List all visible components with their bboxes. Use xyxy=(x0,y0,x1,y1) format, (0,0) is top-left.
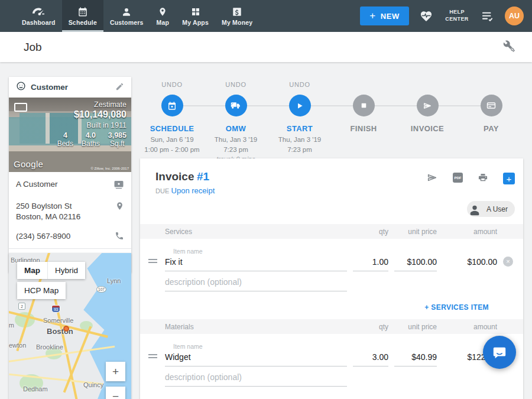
customer-name: A Customer xyxy=(16,179,58,190)
step-label: SCHEDULE xyxy=(150,124,194,133)
location-pin-icon[interactable] xyxy=(115,201,124,213)
services-item: Item name $100.00 × + SERVICES ITEM xyxy=(140,239,523,319)
customer-card-header: Customer xyxy=(9,77,131,98)
materials-item: Item name $122.97 + MATERIALS ITEM xyxy=(140,334,523,399)
nav-my-apps[interactable]: My Apps xyxy=(176,0,215,32)
col-qty: qty xyxy=(353,228,388,236)
col-amount: amount xyxy=(443,323,497,331)
built-year: Built in 1911 xyxy=(57,121,126,129)
street-view-photo: Zestimate $10,149,080 Built in 1911 4Bed… xyxy=(9,98,131,172)
dollar-icon xyxy=(232,7,242,17)
workflow-step-pay: PAY xyxy=(459,81,523,164)
schedule-step-calendar-icon[interactable] xyxy=(161,95,183,116)
due-value-link[interactable]: Upon receipt xyxy=(171,186,215,195)
workflow-step-start: UNDO START Thu, Jan 3 '197:23 pm xyxy=(268,81,332,164)
qty-input[interactable] xyxy=(353,256,388,271)
unit-price-input[interactable] xyxy=(394,351,437,366)
hybrid-button[interactable]: Hybrid xyxy=(47,262,85,279)
item-name-input[interactable] xyxy=(165,256,347,271)
contact-card-icon[interactable] xyxy=(113,179,124,192)
gauge-icon xyxy=(32,7,45,17)
assignee-name: A User xyxy=(486,205,508,213)
workflow-step-schedule: UNDO SCHEDULE Sun, Jan 6 '191:00 pm - 2:… xyxy=(140,81,204,164)
phone-icon[interactable] xyxy=(115,231,124,242)
map-button[interactable]: Map xyxy=(17,262,47,279)
line-item-row: $100.00 × xyxy=(148,256,515,271)
map-widget[interactable]: Burlington Lynn Somerville Waltham Bosto… xyxy=(9,253,131,399)
invoice-step-send-icon[interactable] xyxy=(417,95,439,116)
amount-value: $100.00 xyxy=(443,257,497,271)
col-amount: amount xyxy=(443,228,497,236)
grid-icon xyxy=(190,7,201,17)
invoice-number[interactable]: #1 xyxy=(197,170,209,183)
item-name-label: Item name xyxy=(173,343,507,350)
job-settings-wrench-icon[interactable] xyxy=(503,40,515,54)
description-input[interactable] xyxy=(165,276,347,291)
remove-item-icon[interactable]: × xyxy=(503,257,513,267)
map-label-waltham: Waltham xyxy=(9,322,14,329)
pay-step-card-icon[interactable] xyxy=(481,95,502,116)
nav-label: Map xyxy=(157,19,170,26)
checklist-icon[interactable] xyxy=(481,11,494,21)
zillow-copyright: © Zillow, Inc. 2006-2017 xyxy=(91,167,129,170)
photo-frame-icon xyxy=(14,103,27,112)
map-type-buttons: Map Hybrid xyxy=(17,262,85,279)
item-name-input[interactable] xyxy=(165,351,347,366)
user-avatar[interactable]: AU xyxy=(505,7,524,25)
due-label: DUE xyxy=(155,187,169,194)
pdf-icon[interactable]: PDF xyxy=(453,173,463,183)
route-2-shield: 2 xyxy=(18,303,25,310)
qty-input[interactable] xyxy=(353,351,388,366)
undo-link[interactable]: UNDO xyxy=(161,81,183,89)
customer-address-row: 250 Boylston StBoston, MA 02116 xyxy=(9,196,131,226)
new-button[interactable]: + NEW xyxy=(360,7,409,25)
add-invoice-icon[interactable]: + xyxy=(503,173,515,184)
drag-handle[interactable] xyxy=(148,354,157,358)
step-details: Sun, Jan 6 '191:00 pm - 2:00 pm xyxy=(144,135,199,154)
section-name: Services xyxy=(165,228,347,236)
zoom-in-button[interactable]: + xyxy=(106,362,125,381)
chat-launcher-icon[interactable] xyxy=(483,336,516,369)
nav-label: Customers xyxy=(110,19,144,26)
undo-link[interactable]: UNDO xyxy=(289,81,310,89)
undo-link[interactable]: UNDO xyxy=(225,81,246,89)
page-title: Job xyxy=(24,41,42,54)
i93-shield: 93 xyxy=(51,305,60,313)
zestimate-overlay: Zestimate $10,149,080 Built in 1911 4Bed… xyxy=(57,100,126,148)
nav-customers[interactable]: Customers xyxy=(103,0,150,32)
omw-step-truck-icon[interactable] xyxy=(225,95,247,116)
col-qty: qty xyxy=(353,323,388,331)
nav-schedule[interactable]: Schedule xyxy=(62,0,103,32)
unit-price-input[interactable] xyxy=(394,256,437,271)
zoom-out-button[interactable]: − xyxy=(106,387,125,399)
nav-label: My Apps xyxy=(182,19,209,26)
item-name-label: Item name xyxy=(173,248,507,255)
beds-label: Beds xyxy=(57,140,73,148)
beds-value: 4 xyxy=(57,131,73,140)
send-invoice-icon[interactable] xyxy=(426,173,438,184)
health-heart-icon[interactable] xyxy=(420,10,433,22)
help-center-link[interactable]: HELP CENTER xyxy=(443,9,471,22)
assignee-chip[interactable]: A User xyxy=(467,201,515,217)
map-label-lynn: Lynn xyxy=(107,277,121,284)
start-step-play-icon[interactable] xyxy=(289,95,311,116)
page-header: Job xyxy=(0,32,532,62)
print-icon[interactable] xyxy=(478,173,488,184)
hcp-map-button[interactable]: HCP Map xyxy=(17,282,66,299)
nav-my-money[interactable]: My Money xyxy=(215,0,259,32)
description-input[interactable] xyxy=(165,371,347,387)
baths-value: 4.0 xyxy=(82,131,100,140)
home-stats: 4Beds 4.0Baths 3,985Sq.ft xyxy=(57,131,126,148)
finish-step-stop-icon[interactable] xyxy=(353,95,375,116)
nav-dashboard[interactable]: Dashboard xyxy=(15,0,62,32)
map-label-dedham: Dedham xyxy=(23,385,48,392)
customer-card: Customer Zestimate $10,149,080 Built in … xyxy=(9,77,131,273)
calendar-icon xyxy=(77,7,88,17)
drag-handle[interactable] xyxy=(148,259,157,263)
nav-map[interactable]: Map xyxy=(150,0,176,32)
edit-pencil-icon[interactable] xyxy=(115,82,124,93)
nav-label: Schedule xyxy=(69,19,97,26)
add-services-item-link[interactable]: + SERVICES ITEM xyxy=(424,303,489,312)
customer-address: 250 Boylston StBoston, MA 02116 xyxy=(16,201,80,222)
assignee-row: A User xyxy=(140,195,523,224)
